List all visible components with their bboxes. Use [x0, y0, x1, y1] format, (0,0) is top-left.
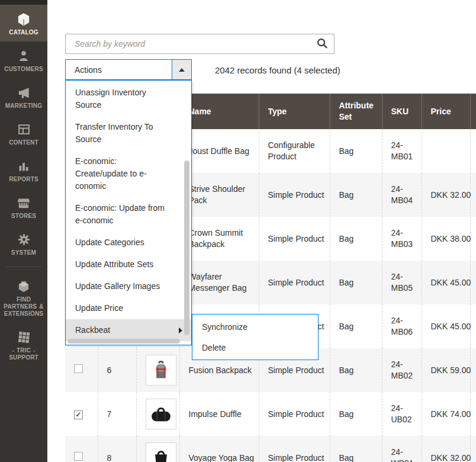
sidebar-item-system[interactable]: SYSTEM [0, 225, 47, 262]
cell-name: Voyage Yoga Bag [179, 436, 259, 462]
row-checkbox[interactable] [74, 452, 83, 461]
cell-sku: 24-UB02 [382, 392, 422, 436]
cell-clipped [470, 173, 476, 217]
sidebar-item-reports[interactable]: REPORTS [0, 152, 47, 188]
cell-thumbnail [136, 392, 179, 436]
menu-item-label: Unassign Inventory Source [75, 88, 146, 110]
cell-thumbnail [136, 348, 179, 392]
content-icon [1, 121, 46, 137]
cell-type: Simple Product [259, 261, 330, 304]
cell-type: Simple Product [259, 217, 330, 261]
submenu-item-synchronize[interactable]: Synchronize [192, 316, 318, 337]
system-icon [1, 231, 46, 248]
cell-clipped [470, 261, 476, 304]
sidebar-nav: CATALOGCUSTOMERSMARKETINGCONTENTREPORTSS… [0, 5, 47, 367]
sidebar-item-tric-support[interactable]: - TRIC - SUPPORT [0, 323, 47, 367]
cell-clipped [470, 304, 476, 348]
cell-clipped [470, 348, 476, 392]
sidebar-item-label: CATALOG [1, 29, 46, 36]
cell-id: 6 [98, 348, 136, 392]
cell-attribute-set: Bag [330, 261, 382, 304]
column-header-sku[interactable]: SKU [382, 94, 422, 129]
cell-id: 8 [98, 436, 136, 462]
menu-item-unassign-inventory-source[interactable]: Unassign Inventory Source [66, 82, 191, 116]
menu-item-transfer-inventory-to-source[interactable]: Transfer Inventory To Source [66, 116, 191, 150]
sidebar-item-label: FIND PARTNERS & EXTENSIONS [1, 296, 46, 317]
sidebar-item-label: REPORTS [1, 176, 46, 183]
rackbeat-submenu: SynchronizeDelete [192, 314, 319, 360]
cell-attribute-set: Bag [330, 304, 382, 348]
cell-sku: 24-WB01 [382, 436, 422, 462]
sidebar-item-catalog[interactable]: CATALOG [0, 5, 47, 41]
cell-sku: 24-MB03 [382, 217, 422, 261]
cell-type: Configurable Product [259, 129, 330, 173]
menu-item-update-attribute-sets[interactable]: Update Attribute Sets [66, 254, 191, 275]
actions-dropdown-button[interactable]: Actions [65, 59, 192, 80]
row-checkbox[interactable]: ✓ [74, 410, 83, 419]
cell-attribute-set: Bag [330, 392, 382, 436]
column-header-price[interactable]: Price [422, 94, 470, 129]
backpack-thumb [146, 355, 176, 386]
cell-thumbnail [136, 436, 179, 462]
cell-price: DKK 38.00 [422, 217, 470, 261]
menu-item-label: Transfer Inventory To Source [75, 122, 153, 144]
column-header-attribute-set[interactable]: Attribute Set [330, 94, 382, 129]
menu-item-update-gallery-images[interactable]: Update Gallery Images [66, 275, 191, 297]
column-header-clipped[interactable] [470, 94, 476, 129]
sidebar-item-customers[interactable]: CUSTOMERS [0, 41, 47, 78]
sidebar-item-stores[interactable]: STORES [0, 188, 47, 225]
cell-clipped [470, 217, 476, 261]
cell-name: Impulse Duffle [179, 392, 259, 436]
sidebar-divider [6, 267, 41, 267]
menu-item-label: E-conomic: Update from e-conomic [75, 203, 165, 225]
cell-select: ✓ [65, 392, 98, 436]
menu-item-label: Rackbeat [75, 325, 110, 335]
cell-attribute-set: Bag [330, 348, 382, 392]
reports-icon [1, 158, 46, 174]
actions-menu-panel: Unassign Inventory SourceTransfer Invent… [65, 80, 192, 345]
row-checkbox[interactable] [74, 364, 83, 373]
menu-item-update-categories[interactable]: Update Categories [66, 232, 191, 254]
menu-vertical-scrollbar[interactable] [184, 161, 189, 335]
search-button[interactable] [310, 34, 334, 53]
sidebar-item-label: MARKETING [1, 102, 46, 110]
menu-item-e-conomic-create-update-to-e-conomic[interactable]: E-conomic: Create/update to e-conomic [66, 150, 191, 197]
cell-clipped [470, 392, 476, 436]
records-summary: 2042 records found (4 selected) [215, 65, 340, 75]
actions-toggle[interactable] [172, 60, 191, 79]
menu-item-label: Update Categories [75, 238, 144, 247]
menu-item-label: Update Attribute Sets [75, 259, 153, 269]
cell-price: DKK 32.00 [422, 436, 470, 462]
cell-price: DKK 74.00 [422, 392, 470, 436]
table-row: ✓7Impulse DuffleSimple ProductBag24-UB02… [65, 392, 476, 436]
cell-attribute-set: Bag [330, 217, 382, 261]
sidebar-item-find-partners-extensions[interactable]: FIND PARTNERS & EXTENSIONS [0, 272, 47, 323]
sidebar-item-marketing[interactable]: MARKETING [0, 78, 47, 115]
sidebar-top-strip [0, 0, 47, 5]
cell-type: Simple Product [259, 436, 330, 462]
cell-sku: 24-MB04 [382, 173, 422, 217]
menu-item-rackbeat[interactable]: Rackbeat [66, 319, 191, 341]
cell-sku: 24-MB01 [382, 129, 422, 173]
marketing-icon [1, 84, 46, 101]
cell-sku: 24-MB02 [382, 348, 422, 392]
customers-icon [1, 47, 46, 64]
search-input[interactable] [66, 34, 310, 53]
chevron-up-icon [179, 68, 185, 72]
stores-icon [1, 194, 46, 211]
submenu-arrow-icon [179, 328, 182, 333]
cell-sku: 24-MB06 [382, 304, 422, 348]
column-header-type[interactable]: Type [259, 94, 330, 129]
sidebar-item-content[interactable]: CONTENT [0, 115, 47, 152]
menu-item-label: E-conomic: Create/update to e-conomic [75, 156, 147, 191]
menu-horizontal-scrollbar[interactable] [67, 339, 180, 344]
duffle-thumb [146, 399, 176, 429]
cell-clipped [470, 436, 476, 462]
menu-item-update-price[interactable]: Update Price [66, 297, 191, 319]
cell-clipped [470, 129, 476, 173]
menu-item-e-conomic-update-from-e-conomic[interactable]: E-conomic: Update from e-conomic [66, 197, 191, 232]
sidebar-item-label: STORES [1, 213, 46, 220]
search-icon [316, 37, 329, 52]
submenu-item-delete[interactable]: Delete [192, 337, 318, 358]
cell-price: DKK 32.00 [422, 173, 470, 217]
